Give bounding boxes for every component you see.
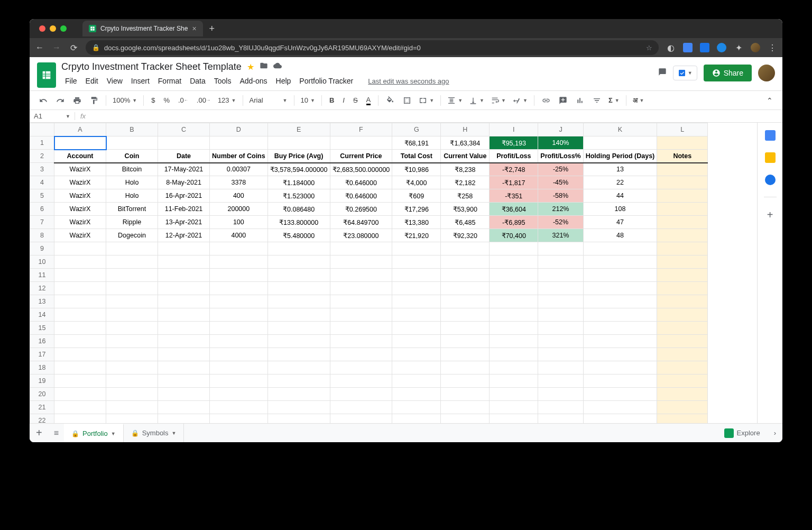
cell[interactable] bbox=[583, 388, 657, 401]
cell[interactable] bbox=[158, 242, 210, 255]
cell[interactable] bbox=[267, 242, 330, 255]
cell[interactable]: 47 bbox=[583, 216, 657, 229]
strikethrough-button[interactable]: S bbox=[350, 94, 361, 106]
cell[interactable] bbox=[330, 414, 392, 424]
column-header[interactable]: E bbox=[267, 123, 330, 136]
cell[interactable] bbox=[106, 374, 158, 388]
all-sheets-button[interactable]: ≡ bbox=[49, 428, 64, 438]
cell[interactable] bbox=[210, 388, 268, 401]
url-input[interactable]: 🔒 docs.google.com/spreadsheets/d/1uo28wb… bbox=[86, 40, 659, 55]
cell[interactable] bbox=[106, 308, 158, 322]
text-wrap-button[interactable]: ▼ bbox=[488, 95, 508, 106]
cell[interactable] bbox=[490, 308, 538, 322]
cell[interactable] bbox=[210, 308, 268, 322]
zoom-select[interactable]: 100% ▼ bbox=[110, 95, 139, 105]
cell[interactable] bbox=[158, 414, 210, 424]
cell[interactable] bbox=[330, 242, 392, 255]
cell[interactable]: 12-Apr-2021 bbox=[158, 229, 210, 242]
cell[interactable] bbox=[490, 322, 538, 335]
row-header[interactable]: 19 bbox=[30, 374, 54, 388]
cell[interactable] bbox=[392, 388, 441, 401]
cell[interactable]: WazirX bbox=[54, 216, 106, 229]
extensions-puzzle-icon[interactable]: ✦ bbox=[734, 43, 743, 53]
cell[interactable] bbox=[392, 374, 441, 388]
cell[interactable] bbox=[538, 388, 583, 401]
cell[interactable] bbox=[267, 374, 330, 388]
reload-button[interactable]: ⟳ bbox=[69, 43, 78, 53]
cell[interactable] bbox=[267, 322, 330, 335]
cell[interactable] bbox=[392, 361, 441, 374]
print-button[interactable] bbox=[70, 94, 85, 107]
column-header[interactable]: B bbox=[106, 123, 158, 136]
cell[interactable] bbox=[392, 414, 441, 424]
cell[interactable] bbox=[583, 295, 657, 308]
cell[interactable] bbox=[106, 335, 158, 348]
cell[interactable] bbox=[490, 242, 538, 255]
cell[interactable] bbox=[267, 136, 330, 150]
cell[interactable] bbox=[158, 308, 210, 322]
cell[interactable] bbox=[330, 255, 392, 269]
row-header[interactable]: 20 bbox=[30, 388, 54, 401]
cell[interactable]: -45% bbox=[538, 176, 583, 189]
cell[interactable] bbox=[583, 414, 657, 424]
cell[interactable] bbox=[441, 335, 490, 348]
cell[interactable] bbox=[158, 255, 210, 269]
minimize-window-icon[interactable] bbox=[50, 25, 56, 32]
cell[interactable]: ₹0.269500 bbox=[330, 203, 392, 216]
row-header[interactable]: 14 bbox=[30, 308, 54, 322]
cell[interactable] bbox=[210, 335, 268, 348]
cell[interactable] bbox=[392, 242, 441, 255]
cell[interactable] bbox=[267, 388, 330, 401]
cell[interactable] bbox=[538, 401, 583, 414]
row-header[interactable]: 6 bbox=[30, 203, 54, 216]
menu-view[interactable]: View bbox=[103, 75, 126, 87]
column-header[interactable]: K bbox=[583, 123, 657, 136]
cell[interactable] bbox=[538, 282, 583, 295]
cell[interactable]: Current Value bbox=[441, 150, 490, 163]
spreadsheet-grid[interactable]: ABCDEFGHIJKL1₹68,191₹1,63,384₹95,193140%… bbox=[30, 123, 757, 423]
cell[interactable] bbox=[657, 216, 708, 229]
cell[interactable] bbox=[330, 374, 392, 388]
cell[interactable] bbox=[210, 269, 268, 282]
cell[interactable] bbox=[106, 348, 158, 361]
collapse-toolbar-button[interactable]: ⌃ bbox=[763, 94, 776, 107]
row-header[interactable]: 8 bbox=[30, 229, 54, 242]
cell[interactable] bbox=[54, 361, 106, 374]
row-header[interactable]: 12 bbox=[30, 282, 54, 295]
menu-format[interactable]: Format bbox=[154, 75, 185, 87]
cell[interactable]: Notes bbox=[657, 150, 708, 163]
tasks-icon[interactable] bbox=[765, 175, 776, 185]
undo-button[interactable] bbox=[36, 94, 51, 107]
cell[interactable]: Ripple bbox=[106, 216, 158, 229]
cell[interactable] bbox=[490, 295, 538, 308]
calendar-icon[interactable] bbox=[765, 130, 776, 141]
cell[interactable] bbox=[54, 255, 106, 269]
cell[interactable]: ₹0.086480 bbox=[267, 203, 330, 216]
cell[interactable]: ₹10,986 bbox=[392, 163, 441, 176]
text-rotation-button[interactable]: ▼ bbox=[510, 95, 530, 106]
cell[interactable] bbox=[106, 388, 158, 401]
cell[interactable] bbox=[657, 176, 708, 189]
cell[interactable] bbox=[490, 361, 538, 374]
row-header[interactable]: 11 bbox=[30, 269, 54, 282]
sheets-logo-icon[interactable] bbox=[37, 62, 56, 88]
cell[interactable]: Holo bbox=[106, 189, 158, 203]
cell[interactable] bbox=[54, 295, 106, 308]
insert-comment-button[interactable] bbox=[556, 94, 570, 107]
cell[interactable] bbox=[490, 282, 538, 295]
cell[interactable] bbox=[583, 282, 657, 295]
doc-title[interactable]: Crpyto Investment Tracker Sheet Template bbox=[61, 61, 242, 72]
cell[interactable]: ₹17,296 bbox=[392, 203, 441, 216]
cell[interactable] bbox=[657, 242, 708, 255]
cell[interactable] bbox=[583, 308, 657, 322]
cell[interactable] bbox=[583, 269, 657, 282]
cell[interactable] bbox=[54, 414, 106, 424]
column-header[interactable]: L bbox=[657, 123, 708, 136]
cell[interactable]: Holo bbox=[106, 176, 158, 189]
cell[interactable] bbox=[441, 308, 490, 322]
cell[interactable] bbox=[538, 414, 583, 424]
paint-format-button[interactable] bbox=[87, 94, 102, 107]
sheet-tab-symbols[interactable]: 🔒 Symbols ▼ bbox=[124, 424, 184, 442]
cell[interactable] bbox=[657, 388, 708, 401]
extension-icon[interactable] bbox=[717, 43, 726, 52]
